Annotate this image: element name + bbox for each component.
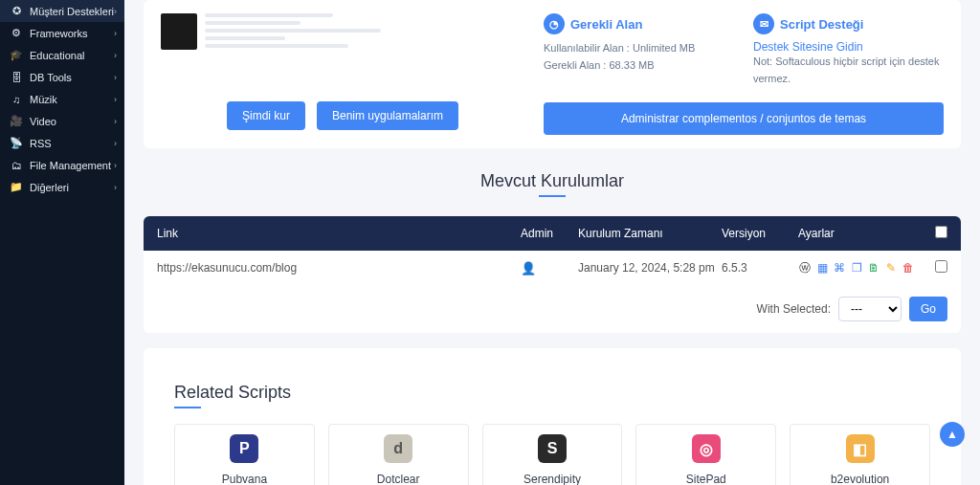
dotclear-icon: d [384, 434, 412, 463]
installs-table: Link Admin Kurulum Zamanı Versiyon Ayarl… [144, 216, 961, 333]
admin-icon[interactable]: 👤 [521, 261, 578, 276]
main-content: Şimdi kur Benim uygulamalarım ◔Gerekli A… [124, 0, 980, 485]
music-icon: ♫ [10, 94, 23, 105]
video-icon: 🎥 [10, 115, 23, 127]
sidebar-item-label: Müzik [30, 94, 57, 105]
preview-thumbnail [161, 13, 197, 50]
related-sitepad[interactable]: ◎SitePad [635, 424, 776, 485]
chevron-right-icon: › [114, 29, 117, 38]
chevron-right-icon: › [114, 139, 117, 148]
chevron-right-icon: › [114, 183, 117, 192]
database-icon: 🗄 [10, 72, 23, 83]
script-title: Script Desteği [780, 17, 863, 32]
chevron-right-icon: › [114, 117, 117, 126]
sidebar-item-label: Müşteri Destekleri [30, 6, 114, 17]
space-title: Gerekli Alan [570, 17, 642, 32]
support-note: Not: Softaculous hiçbir script için dest… [753, 54, 944, 87]
col-settings: Ayarlar [798, 227, 924, 240]
related-row: PPubvana dDotclear SSerendipity ◎SitePad… [161, 424, 944, 485]
manage-icon[interactable]: ▦ [815, 261, 829, 275]
chevron-right-icon: › [114, 7, 117, 16]
chevron-right-icon: › [114, 161, 117, 170]
sitemap-icon[interactable]: ⌘ [833, 261, 846, 275]
delete-icon[interactable]: 🗑 [902, 261, 915, 275]
related-title: Related Scripts [174, 383, 944, 403]
folder-icon: 📁 [10, 181, 23, 193]
with-selected-label: With Selected: [757, 302, 831, 316]
chevron-right-icon: › [114, 73, 117, 82]
clone-icon[interactable]: ❐ [850, 261, 863, 275]
info-panel: ◔Gerekli Alan Kullanılabilir Alan : Unli… [544, 13, 944, 135]
sidebar-item-label: Diğerleri [30, 182, 69, 193]
chevron-right-icon: › [114, 95, 117, 104]
sidebar-item-support[interactable]: ✪Müşteri Destekleri› [0, 0, 124, 22]
chevron-right-icon: › [114, 51, 117, 60]
install-now-button[interactable]: Şimdi kur [227, 101, 305, 130]
related-serendipity[interactable]: SSerendipity [482, 424, 623, 485]
row-checkbox[interactable] [935, 260, 947, 273]
space-required: Gerekli Alan : 68.33 MB [544, 57, 734, 75]
sidebar-item-others[interactable]: 📁Diğerleri› [0, 176, 124, 198]
overview-card: Şimdi kur Benim uygulamalarım ◔Gerekli A… [144, 0, 961, 148]
my-apps-button[interactable]: Benim uygulamalarım [317, 101, 458, 130]
sidebar-item-label: DB Tools [30, 72, 72, 83]
go-button[interactable]: Go [909, 297, 947, 321]
table-row: https://ekasunucu.com/blog 👤 January 12,… [144, 251, 961, 285]
wordpress-icon[interactable]: ⓦ [798, 261, 812, 275]
sidebar-item-label: Video [30, 116, 56, 127]
sidebar-item-educational[interactable]: 🎓Educational› [0, 44, 124, 66]
gear-icon: ⚙ [10, 27, 23, 39]
serendipity-icon: S [538, 434, 567, 463]
sidebar-item-label: RSS [30, 138, 52, 149]
backup-icon[interactable]: 🗎 [867, 261, 880, 275]
settings-icons: ⓦ ▦ ⌘ ❐ 🗎 ✎ 🗑 [798, 261, 924, 275]
related-card: Related Scripts PPubvana dDotclear SSere… [144, 348, 961, 485]
col-time: Kurulum Zamanı [578, 227, 722, 240]
b2evolution-icon: ◧ [846, 434, 875, 463]
sidebar-item-label: File Management [30, 160, 111, 171]
select-all-checkbox[interactable] [935, 226, 947, 238]
edit-icon[interactable]: ✎ [884, 261, 898, 275]
education-icon: 🎓 [10, 49, 23, 61]
support-link[interactable]: Destek Sitesine Gidin [753, 40, 944, 54]
installs-title: Mevcut Kurulumlar [144, 171, 961, 191]
related-dotclear[interactable]: dDotclear [328, 424, 469, 485]
install-link[interactable]: https://ekasunucu.com/blog [157, 261, 521, 275]
sidebar: ✪Müşteri Destekleri› ⚙Frameworks› 🎓Educa… [0, 0, 124, 485]
rss-icon: 📡 [10, 137, 23, 149]
sidebar-item-label: Educational [30, 50, 85, 61]
installs-section: Mevcut Kurulumlar Link Admin Kurulum Zam… [144, 171, 961, 333]
col-admin: Admin [521, 227, 578, 240]
sidebar-item-filemgmt[interactable]: 🗂File Management› [0, 154, 124, 176]
sidebar-item-frameworks[interactable]: ⚙Frameworks› [0, 22, 124, 44]
install-time: January 12, 2024, 5:28 pm [578, 261, 722, 275]
space-available: Kullanılabilir Alan : Unlimited MB [544, 40, 734, 57]
admin-plugins-button[interactable]: Administrar complementos / conjuntos de … [544, 102, 944, 135]
related-underline [174, 407, 201, 408]
with-selected-row: With Selected: --- Go [144, 285, 961, 333]
sidebar-item-dbtools[interactable]: 🗄DB Tools› [0, 66, 124, 88]
script-support-info: ✉Script Desteği Destek Sitesine Gidin No… [753, 13, 944, 87]
related-pubvana[interactable]: PPubvana [174, 424, 315, 485]
title-underline [539, 195, 566, 197]
sidebar-item-video[interactable]: 🎥Video› [0, 110, 124, 132]
space-icon: ◔ [544, 13, 565, 34]
table-header: Link Admin Kurulum Zamanı Versiyon Ayarl… [144, 216, 961, 251]
bulk-action-select[interactable]: --- [838, 297, 902, 321]
sidebar-item-music[interactable]: ♫Müzik› [0, 88, 124, 110]
col-link: Link [157, 227, 521, 240]
sidebar-item-rss[interactable]: 📡RSS› [0, 132, 124, 154]
sitepad-icon: ◎ [692, 434, 721, 463]
install-version: 6.5.3 [722, 261, 798, 275]
script-icon: ✉ [753, 13, 774, 34]
space-info: ◔Gerekli Alan Kullanılabilir Alan : Unli… [544, 13, 734, 87]
support-icon: ✪ [10, 5, 23, 17]
files-icon: 🗂 [10, 160, 23, 171]
scroll-top-button[interactable]: ▲ [940, 422, 965, 447]
col-version: Versiyon [722, 227, 798, 240]
pubvana-icon: P [230, 434, 258, 463]
preview-panel: Şimdi kur Benim uygulamalarım [161, 13, 524, 135]
related-b2evolution[interactable]: ◧b2evolution [790, 424, 930, 485]
sidebar-item-label: Frameworks [30, 28, 88, 39]
